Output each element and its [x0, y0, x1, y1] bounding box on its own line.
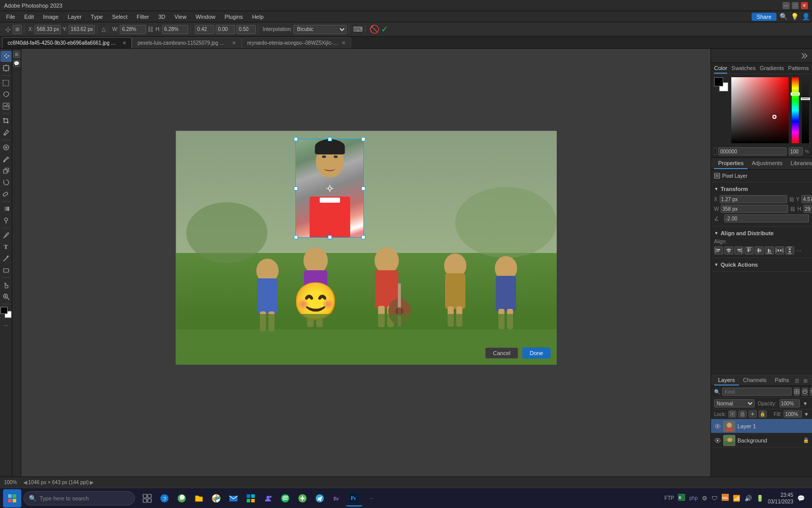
side-panel-btn[interactable]: ⊞	[13, 51, 20, 58]
taskbar-taskview[interactable]	[139, 490, 155, 506]
tray-network-icon[interactable]: 📶	[733, 495, 740, 502]
tool-dodge[interactable]	[1, 215, 12, 226]
align-more-btn[interactable]: ···	[795, 247, 802, 254]
tray-excel-icon[interactable]: X	[678, 494, 685, 502]
expand-panel-icon[interactable]	[799, 50, 810, 61]
fill-input[interactable]	[784, 410, 802, 418]
tool-crop[interactable]	[1, 115, 12, 126]
rotate-prop-input[interactable]	[724, 214, 809, 223]
fg-color-swatch[interactable]	[1, 307, 8, 314]
taskbar-mail[interactable]	[225, 490, 242, 506]
x-input[interactable]	[35, 25, 61, 34]
xy-link-icon[interactable]: ⛓	[789, 197, 794, 202]
taskbar-photoshop[interactable]: Ps	[346, 490, 362, 506]
align-right-btn[interactable]	[734, 246, 743, 255]
tool-history-brush[interactable]	[1, 177, 12, 188]
handle-bl[interactable]	[294, 235, 298, 239]
menu-file[interactable]: File	[2, 13, 19, 21]
tool-shape[interactable]	[1, 265, 12, 276]
tray-security-icon[interactable]: 🛡	[712, 495, 718, 502]
taskbar-bridge[interactable]: Br	[329, 490, 345, 506]
lock-position-btn[interactable]	[749, 410, 757, 418]
blend-mode-select[interactable]: Normal Multiply Screen Overlay	[714, 399, 755, 407]
tool-eraser[interactable]	[1, 188, 12, 200]
opacity-dropdown[interactable]: ▼	[803, 401, 808, 406]
hue-slider[interactable]	[792, 77, 799, 143]
prop-tab-adjustments[interactable]: Adjustments	[748, 158, 787, 169]
tray-settings-icon[interactable]: ⚙	[702, 495, 707, 502]
menu-window[interactable]: Window	[191, 13, 219, 21]
hex-input[interactable]	[718, 147, 787, 155]
tab-2[interactable]: pexels-luis-zambrano-11525079.jpg @ 16.7…	[132, 37, 242, 48]
y-prop-input[interactable]	[801, 195, 812, 203]
chain-icon[interactable]: ⛓	[148, 26, 154, 33]
tool-brush[interactable]	[1, 153, 12, 165]
tab-1-close[interactable]: ✕	[122, 40, 126, 46]
tool-pen[interactable]	[1, 230, 12, 241]
layers-text-icon[interactable]: T	[810, 377, 812, 384]
tray-ftp-icon[interactable]: FTP	[664, 495, 674, 501]
fg-color-box[interactable]	[714, 77, 723, 86]
menu-image[interactable]: Image	[39, 13, 63, 21]
layer-row-background[interactable]: Background 🔒	[711, 433, 812, 448]
menu-filter[interactable]: Filter	[132, 13, 153, 21]
h-input[interactable]	[162, 25, 188, 34]
quick-actions-header[interactable]: ▼ Quick Actions	[714, 260, 809, 269]
tool-hand[interactable]	[1, 279, 12, 291]
handle-tm[interactable]	[328, 137, 332, 141]
align-center-h-btn[interactable]	[724, 246, 733, 255]
account-btn[interactable]: 👤	[802, 13, 810, 20]
color-tab-color[interactable]: Color	[714, 65, 727, 74]
done-button[interactable]: Done	[522, 347, 551, 359]
menu-edit[interactable]: Edit	[20, 13, 38, 21]
tool-move[interactable]	[1, 51, 12, 62]
transform-confirm-icon[interactable]: ✓	[381, 24, 388, 34]
tray-notification-icon[interactable]: 💬	[797, 495, 805, 502]
v-skew-input[interactable]	[236, 25, 256, 34]
layer-row-1[interactable]: Layer 1	[711, 419, 812, 433]
taskbar-more-apps[interactable]: ···	[363, 490, 380, 506]
cancel-button[interactable]: Cancel	[485, 347, 518, 359]
interpolation-select[interactable]: Bicubic Bilinear Nearest Neighbor	[293, 25, 347, 34]
taskbar-spotify[interactable]	[277, 490, 293, 506]
angle-input[interactable]	[195, 25, 214, 34]
tool-path-select[interactable]	[1, 253, 12, 264]
tool-eyedropper[interactable]	[1, 127, 12, 138]
handle-br[interactable]	[361, 235, 365, 239]
layers-search-input[interactable]	[722, 388, 792, 396]
prev-state-btn[interactable]: ◀	[23, 480, 27, 485]
taskbar-telegram[interactable]	[312, 490, 328, 506]
start-button[interactable]	[3, 489, 21, 507]
tab-3-close[interactable]: ✕	[342, 40, 346, 46]
transform-center[interactable]	[326, 185, 333, 192]
tool-lasso[interactable]	[1, 89, 12, 100]
handle-bm[interactable]	[328, 235, 332, 239]
tray-sql-icon[interactable]: SQL	[722, 494, 729, 502]
align-middle-v-btn[interactable]	[755, 246, 764, 255]
opacity-percent-input[interactable]	[789, 147, 803, 155]
tool-gradient[interactable]	[1, 203, 12, 214]
menu-view[interactable]: View	[171, 13, 191, 21]
distribute-v-btn[interactable]	[785, 246, 794, 255]
tab-3[interactable]: reynardo-etenia-wongso--08WZ5XijIc-unspl…	[242, 37, 351, 48]
layers-filter-icon[interactable]: ☰	[793, 377, 801, 384]
taskbar-teams[interactable]	[260, 490, 276, 506]
tool-extra[interactable]: ···	[1, 320, 12, 331]
minimize-button[interactable]: —	[783, 2, 790, 9]
tray-volume-icon[interactable]: 🔊	[745, 495, 752, 502]
warp-icon[interactable]: ⌨	[353, 25, 363, 33]
x-prop-input[interactable]	[720, 195, 787, 203]
taskbar-store[interactable]	[243, 490, 259, 506]
handle-tr[interactable]	[361, 137, 365, 141]
tool-object-select[interactable]	[1, 101, 12, 112]
transform-header[interactable]: ▼ Transform	[714, 184, 809, 194]
transform-cancel-icon[interactable]: 🚫	[369, 24, 380, 34]
prop-tab-properties[interactable]: Properties	[714, 158, 748, 169]
layers-filter-pixel-btn[interactable]	[794, 388, 800, 396]
handle-tl[interactable]	[294, 137, 298, 141]
main-canvas[interactable]: 😊	[176, 131, 556, 364]
color-tab-swatches[interactable]: Swatches	[731, 65, 756, 74]
tray-battery-icon[interactable]: 🔋	[756, 495, 764, 502]
tool-marquee[interactable]	[1, 77, 12, 88]
menu-select[interactable]: Select	[108, 13, 132, 21]
